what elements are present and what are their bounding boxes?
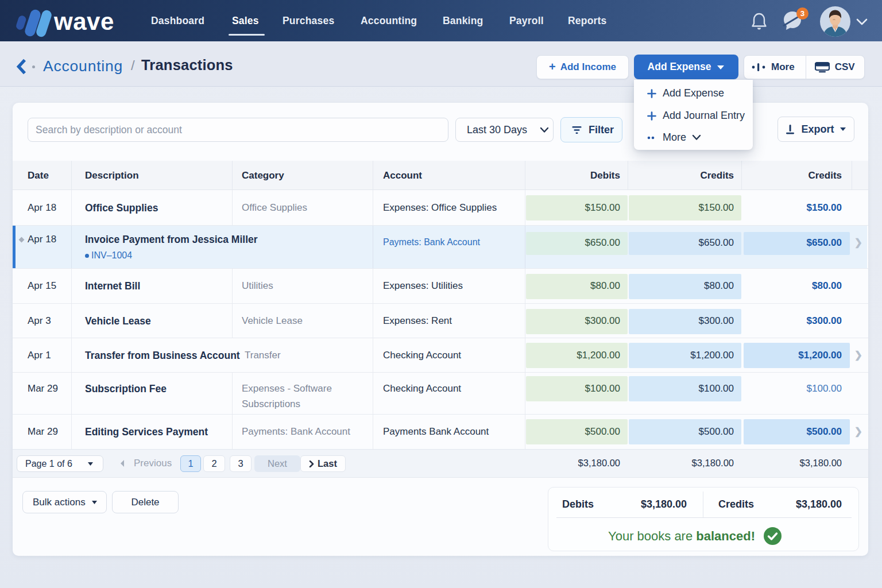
svg-text:wave: wave [53,8,114,35]
